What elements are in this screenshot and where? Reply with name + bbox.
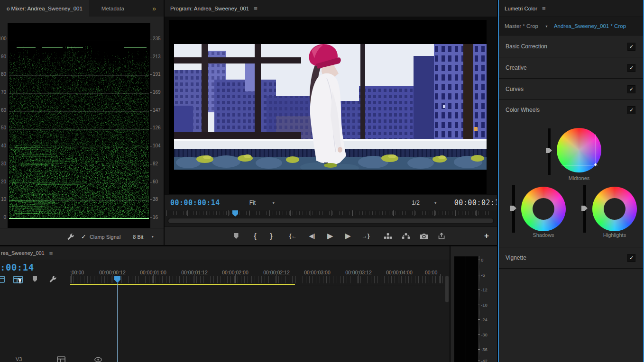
midtones-crosshair-v: [596, 134, 596, 166]
color-wheels-checkbox[interactable]: ✓: [627, 106, 635, 114]
midtones-crosshair-point[interactable]: +: [594, 163, 597, 167]
timeline-tab-label[interactable]: rea_Sweeney_001: [1, 250, 45, 256]
section-basic-correction[interactable]: Basic Correction ✓: [499, 36, 643, 57]
creative-checkbox[interactable]: ✓: [627, 64, 635, 72]
scope-scale-label: 126: [150, 125, 161, 130]
timeline-ruler-ticks: [70, 276, 446, 283]
scope-scale-label: 60: [150, 179, 158, 184]
lumetri-menu-icon[interactable]: ≡: [542, 5, 546, 12]
panel-menu-icon[interactable]: ≡: [254, 5, 258, 12]
midtones-crosshair-h: [561, 165, 598, 165]
db-scale-label: -42: [481, 358, 488, 362]
master-clip-dropdown-arrow[interactable]: ▼: [545, 25, 548, 28]
track-v3-label[interactable]: V3: [16, 356, 22, 362]
scope-scale-label: 0: [0, 215, 6, 220]
mark-out-button[interactable]: }: [265, 231, 277, 241]
basic-correction-checkbox[interactable]: ✓: [627, 43, 635, 51]
step-forward-button[interactable]: |▶: [341, 231, 354, 241]
timeline-wrench-icon[interactable]: [48, 275, 57, 283]
panel-overflow-icon[interactable]: »: [152, 5, 156, 12]
camera-icon: [420, 233, 428, 240]
timeline-vertical-scrollbar[interactable]: [445, 276, 449, 302]
db-scale-label: -18: [481, 302, 488, 308]
scope-scale-label: 40: [0, 143, 6, 148]
tab-audio-mixer[interactable]: o Mixer: Andrea_Sweeney_001: [0, 0, 89, 17]
mark-in-button[interactable]: {: [249, 231, 261, 241]
bit-depth-dropdown[interactable]: 8 Bit: [133, 234, 143, 240]
playback-resolution-arrow[interactable]: ▼: [434, 201, 437, 205]
extract-icon: [402, 233, 410, 240]
selected-clip-label[interactable]: Andrea_Sweeney_001 * Crop: [554, 23, 626, 29]
add-marker-button[interactable]: [230, 231, 242, 241]
tab-metadata[interactable]: Metadata: [89, 6, 137, 11]
playback-resolution-dropdown[interactable]: 1/2: [412, 199, 420, 206]
midtones-slider-handle[interactable]: [546, 148, 552, 153]
scope-scale-label: 30: [0, 161, 6, 166]
section-curves[interactable]: Curves ✓: [499, 79, 643, 100]
db-scale-label: -36: [481, 347, 488, 352]
extract-button[interactable]: [400, 231, 412, 241]
clamp-signal-label: Clamp Signal: [90, 234, 120, 240]
share-icon: [438, 232, 446, 240]
master-clip-dropdown[interactable]: Master * Crop: [505, 23, 538, 29]
scope-scale-label: 213: [150, 54, 161, 59]
program-duration-timecode: 00:00:02:18: [454, 199, 497, 207]
section-label: Curves: [506, 86, 524, 92]
section-label: Creative: [506, 64, 527, 71]
clamp-signal-checkbox[interactable]: ✓: [81, 233, 86, 240]
vignette-checkbox[interactable]: ✓: [627, 254, 635, 262]
zoom-level-dropdown[interactable]: Fit: [249, 199, 256, 206]
go-to-in-button[interactable]: {←: [287, 231, 299, 241]
scope-scale-label: 147: [150, 108, 161, 113]
shadows-color-wheel[interactable]: [521, 187, 566, 231]
section-label: Basic Correction: [506, 43, 547, 50]
video-frame: [174, 44, 487, 170]
program-title: Program: Andrea_Sweeney_001: [170, 6, 249, 11]
section-creative[interactable]: Creative ✓: [499, 57, 643, 78]
go-to-out-button[interactable]: →}: [359, 231, 372, 241]
step-back-button[interactable]: ◀|: [306, 231, 318, 241]
insert-sequence-icon[interactable]: [0, 276, 5, 283]
program-scrubber[interactable]: [165, 210, 497, 226]
program-horizontal-scrollbar[interactable]: [167, 218, 494, 224]
scrubber-major-ticks: [166, 210, 495, 216]
scope-settings-wrench-icon[interactable]: [66, 233, 74, 241]
section-vignette[interactable]: Vignette ✓: [499, 247, 643, 268]
scope-scale-label: 82: [150, 161, 158, 166]
timeline-marker-button[interactable]: [33, 276, 37, 282]
tab-audio-mixer-label: o Mixer: Andrea_Sweeney_001: [7, 6, 83, 11]
timeline-current-timecode[interactable]: :00:14: [0, 262, 34, 272]
highlights-color-wheel[interactable]: [592, 187, 637, 231]
ruler-bottom-line: [70, 286, 446, 286]
scope-scale-label: 191: [150, 72, 161, 77]
curves-checkbox[interactable]: ✓: [627, 85, 635, 93]
track-visibility-eye-icon[interactable]: [94, 357, 102, 362]
export-frame-button[interactable]: [418, 231, 430, 241]
program-current-timecode[interactable]: 00:00:00:14: [170, 199, 220, 207]
program-video-area: [165, 17, 497, 195]
db-scale-label: -6: [481, 272, 485, 278]
scope-scale-label: 100: [0, 36, 6, 41]
play-button[interactable]: ▶: [324, 231, 336, 241]
highlights-slider-handle[interactable]: [581, 206, 588, 211]
timeline-tab-bar: rea_Sweeney_001 ≡: [0, 246, 450, 260]
timeline-playhead-line[interactable]: [117, 283, 118, 362]
scope-scale-label: 70: [0, 90, 6, 95]
track-sync-lock-icon[interactable]: [57, 356, 65, 362]
lift-button[interactable]: [382, 231, 394, 241]
db-scale-label: -30: [481, 332, 488, 337]
work-area-bar[interactable]: [70, 284, 295, 285]
bit-depth-dropdown-arrow[interactable]: ▼: [151, 235, 154, 238]
lumetri-target-row: Master * Crop ▼ Andrea_Sweeney_001 * Cro…: [499, 17, 643, 35]
timeline-menu-icon[interactable]: ≡: [49, 250, 53, 257]
button-editor-plus[interactable]: +: [480, 231, 493, 241]
scope-scale-label: 169: [150, 90, 161, 95]
program-monitor-panel: Program: Andrea_Sweeney_001 ≡: [165, 0, 497, 245]
waveform-scope-panel: o Mixer: Andrea_Sweeney_001 Metadata » 1…: [0, 0, 164, 245]
scopes-tab-bar: o Mixer: Andrea_Sweeney_001 Metadata »: [0, 0, 164, 17]
shadows-slider-handle[interactable]: [510, 206, 516, 211]
zoom-level-dropdown-arrow[interactable]: ▼: [272, 201, 275, 205]
comparison-export-button[interactable]: [435, 231, 448, 241]
section-color-wheels[interactable]: Color Wheels ✓: [499, 100, 643, 120]
timeline-panel: rea_Sweeney_001 ≡ :00:14 :00:00 00:00:00…: [0, 246, 450, 362]
